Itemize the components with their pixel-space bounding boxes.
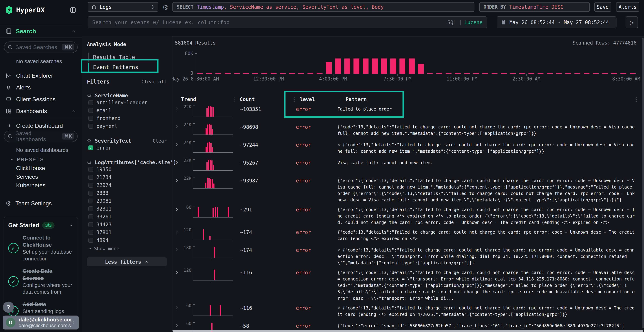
facet-option[interactable]: 37801 [87, 228, 167, 236]
column-grip-icon[interactable]: ⋮ [338, 96, 343, 102]
mode-sql-toggle[interactable]: SQL [447, 20, 456, 26]
facet-option[interactable]: 2333 [87, 189, 167, 197]
pattern-row[interactable]: 24K~97244error×{"code":13,"details":"fai… [172, 139, 644, 156]
analysis-mode-event-patterns[interactable]: Event Patterns [88, 62, 167, 72]
pattern-row[interactable]: 22K~95267errorVisa cache full: cannot ad… [172, 157, 644, 174]
checkbox[interactable] [88, 214, 93, 219]
mode-lucene-toggle[interactable]: Lucene [464, 20, 482, 26]
user-menu[interactable]: D dale@clickhouse.com dale@clickhouse.co… [3, 316, 79, 330]
facet-option[interactable]: frontend [87, 114, 167, 122]
facet-option[interactable]: 22974 [87, 181, 167, 189]
get-started-step[interactable]: ✓Connect to ClickHouseSet up your databa… [8, 234, 73, 262]
order-by-input[interactable]: ORDER BY TimestampTime DESC [479, 2, 590, 12]
collapse-x-icon[interactable]: × [338, 306, 340, 310]
checkbox[interactable] [88, 108, 93, 113]
sidebar-preset-services[interactable]: Services [16, 174, 38, 180]
create-dashboard-button[interactable]: + Create Dashboard [0, 120, 82, 131]
pattern-row[interactable]: 60~116error×{"code":13,"details":"failed… [172, 302, 644, 320]
column-header-level[interactable]: level [300, 96, 338, 102]
checkbox[interactable] [88, 198, 93, 204]
pattern-row[interactable]: 24K~98698error{"code":13,"details":"fail… [172, 121, 644, 138]
expand-row-chevron-icon[interactable] [172, 245, 181, 252]
checkbox-checked[interactable]: ✓ [88, 146, 93, 150]
saved-searches-input[interactable]: Saved Searches ⌘K [4, 42, 78, 53]
facet-option[interactable]: 21734 [87, 173, 167, 181]
facet-option[interactable]: 33261 [87, 213, 167, 220]
facet-option[interactable]: 29081 [87, 197, 167, 205]
pattern-row[interactable]: 180~174error×{"code":13,"details":"faile… [172, 244, 644, 266]
column-grip-icon[interactable]: ⋮ [232, 96, 237, 102]
sidebar-item-team-settings[interactable]: ⚙ Team Settings [0, 198, 82, 209]
expand-row-chevron-icon[interactable] [172, 205, 181, 212]
sidebar-item-search[interactable]: Search [0, 25, 82, 38]
sidebar-item-chart-explorer[interactable]: Chart Explorer [0, 70, 82, 81]
facet-option[interactable]: 19350 [87, 166, 167, 173]
lucene-search-input[interactable]: Search your events w/ Lucene ex. column:… [88, 16, 487, 28]
alerts-button[interactable]: Alerts [616, 2, 639, 12]
facet-option[interactable]: 4894 [87, 236, 167, 244]
expand-row-chevron-icon[interactable] [172, 227, 181, 234]
expand-row-chevron-icon[interactable] [172, 268, 181, 275]
pattern-row[interactable]: 22K~93987error{"error":{"code":13,"detai… [172, 175, 644, 203]
checkbox[interactable] [88, 230, 93, 235]
checkbox[interactable] [88, 191, 93, 196]
column-header-trend[interactable]: Trend [181, 96, 232, 102]
help-button[interactable]: ? [3, 302, 14, 313]
checkbox[interactable] [88, 167, 93, 172]
horizontal-scrollbar[interactable] [172, 330, 643, 332]
table-options-icon[interactable]: ⋮ [634, 96, 639, 102]
presets-section[interactable]: PRESETS [10, 157, 44, 162]
expand-row-chevron-icon[interactable] [172, 321, 181, 328]
pattern-row[interactable]: 22K~103351errorFailed to place order [172, 104, 644, 120]
column-header-count[interactable]: Count [240, 96, 292, 102]
checkbox[interactable] [88, 175, 93, 180]
query-settings-gear-icon[interactable]: ⚙ [162, 4, 168, 12]
facet-option[interactable]: artillery-loadgen [87, 98, 167, 106]
save-button[interactable]: Save [594, 2, 611, 12]
collapse-x-icon[interactable]: × [338, 142, 340, 148]
get-started-step[interactable]: ✓Create Data SourcesConfigure where your… [8, 268, 73, 295]
sidebar-preset-clickhouse[interactable]: ClickHouse [16, 165, 45, 172]
expand-row-chevron-icon[interactable] [172, 303, 181, 310]
column-header-pattern[interactable]: Pattern [346, 96, 367, 102]
facet-option[interactable]: ✓error [87, 144, 167, 152]
less-filters-button[interactable]: Less filters [87, 258, 167, 266]
collapse-x-icon[interactable]: × [338, 248, 340, 252]
chevron-up-icon[interactable] [68, 223, 73, 228]
expand-row-chevron-icon[interactable] [172, 122, 181, 129]
pattern-row[interactable]: 60~291error{"error":{"code":13,"details"… [172, 204, 644, 226]
date-range-picker[interactable]: May 26 08:52:44 - May 27 08:52:44 [496, 16, 616, 28]
checkbox[interactable] [88, 206, 93, 211]
facet-option[interactable]: 32311 [87, 205, 167, 213]
sidebar-preset-kubernetes[interactable]: Kubernetes [16, 182, 46, 189]
checkbox[interactable] [88, 116, 93, 121]
expand-row-chevron-icon[interactable] [172, 104, 181, 111]
expand-row-chevron-icon[interactable] [172, 140, 181, 147]
pattern-row[interactable]: 120~174error{"code":13,"details":"failed… [172, 226, 644, 244]
select-clause-input[interactable]: SELECT Timestamp, ServiceName as service… [172, 2, 474, 12]
expand-row-chevron-icon[interactable] [172, 176, 181, 183]
analysis-mode-results-table[interactable]: Results Table [88, 52, 167, 62]
collapse-sidebar-icon[interactable] [70, 6, 76, 14]
facet-option[interactable]: payment [87, 122, 167, 130]
checkbox[interactable] [88, 222, 93, 227]
facet-option[interactable]: 34423 [87, 220, 167, 228]
sidebar-item-alerts[interactable]: Alerts [0, 82, 82, 93]
source-selector[interactable]: Logs [88, 2, 158, 12]
run-query-button[interactable]: ▷ [626, 16, 638, 28]
facet-option[interactable]: email [87, 106, 167, 114]
expand-row-chevron-icon[interactable] [172, 158, 181, 165]
checkbox[interactable] [88, 183, 93, 188]
checkbox[interactable] [88, 100, 93, 105]
vertical-scrollbar[interactable] [642, 38, 644, 328]
pattern-row[interactable]: 120~116error{"error":{"code":13,"details… [172, 267, 644, 302]
checkbox[interactable] [88, 124, 93, 128]
clear-all-link[interactable]: Clear all [142, 79, 167, 84]
column-grip-icon[interactable]: ⋮ [292, 96, 297, 102]
show-more-link[interactable]: Show more [87, 246, 167, 251]
results-histogram[interactable] [195, 53, 637, 74]
checkbox[interactable] [88, 238, 93, 243]
sidebar-item-client-sessions[interactable]: Client Sessions [0, 94, 82, 105]
sidebar-item-dashboards[interactable]: Dashboards [0, 106, 82, 117]
saved-dashboards-input[interactable]: Saved Dashboards ⌘K [4, 130, 78, 142]
